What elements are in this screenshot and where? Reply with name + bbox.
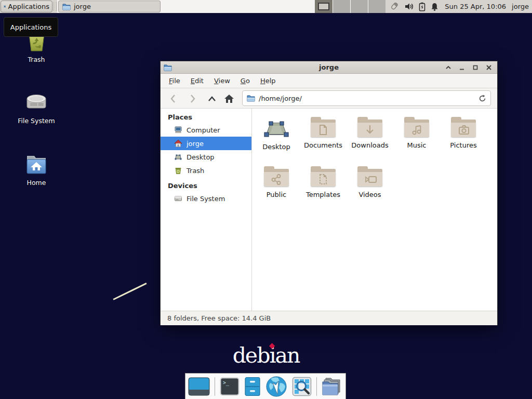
dock-item-show-desktop[interactable] <box>188 377 210 396</box>
sidebar-item-filesystem[interactable]: File System <box>161 192 251 205</box>
computer-icon <box>174 126 182 134</box>
folder-label: Desktop <box>262 143 290 151</box>
templates-folder-icon <box>311 166 336 187</box>
toolbar: /home/jorge/ <box>161 88 497 109</box>
folder-label: Templates <box>306 191 340 198</box>
window-titlebar[interactable]: jorge <box>161 61 497 74</box>
downloads-folder-icon <box>357 117 382 137</box>
home-button[interactable] <box>222 92 236 105</box>
minimize-button[interactable] <box>458 64 465 71</box>
reload-icon[interactable] <box>478 95 486 102</box>
window-body: Places Computer jorge <box>161 109 497 311</box>
taskbar-window-label: jorge <box>74 3 91 10</box>
dock-item-file-cabinet[interactable] <box>244 377 261 396</box>
taskbar-window-button[interactable]: jorge <box>58 1 161 12</box>
maximize-button[interactable] <box>472 64 478 71</box>
debian-logo-i: i <box>269 343 275 368</box>
menu-edit[interactable]: Edit <box>190 76 205 86</box>
window-controls <box>445 61 492 74</box>
public-folder-icon <box>264 166 289 187</box>
panel-username[interactable]: jorge <box>512 3 529 10</box>
menu-view[interactable]: View <box>213 76 231 86</box>
sidebar-item-trash[interactable]: Trash <box>161 164 251 177</box>
mouse-icon[interactable] <box>389 2 400 11</box>
folder-item-desktop[interactable]: Desktop <box>253 117 300 151</box>
statusbar-text: 8 folders, Free space: 14.4 GiB <box>167 314 271 322</box>
desktop-icon-home[interactable]: Home <box>5 153 68 187</box>
notification-bell-icon[interactable] <box>430 2 439 11</box>
applications-tooltip: Applications <box>4 17 58 37</box>
sidebar-item-desktop[interactable]: Desktop <box>161 150 251 164</box>
drive-small-icon <box>174 194 182 203</box>
folder-label: Downloads <box>351 141 388 149</box>
folder-item-music[interactable]: Music <box>393 117 440 149</box>
menu-go[interactable]: Go <box>240 76 251 86</box>
debian-logo-text: deb <box>233 343 270 368</box>
folder-view[interactable]: Desktop Documents <box>252 109 497 311</box>
menu-file[interactable]: File <box>168 76 181 86</box>
folder-label: Pictures <box>450 141 476 149</box>
home-folder-icon <box>24 153 48 176</box>
statusbar: 8 folders, Free space: 14.4 GiB <box>161 311 497 325</box>
documents-folder-icon <box>311 117 336 137</box>
workspace-4[interactable] <box>368 0 385 13</box>
applications-menu-label: Applications <box>8 3 49 10</box>
close-button[interactable] <box>485 64 492 71</box>
path-folder-icon <box>247 95 255 102</box>
dock-item-terminal[interactable]: >_ <box>220 377 240 396</box>
folder-label: Music <box>407 141 427 149</box>
dock-item-app-finder[interactable] <box>292 377 312 396</box>
desktop-scratch-line <box>113 283 147 300</box>
tasklist-drag-handle[interactable] <box>54 2 57 11</box>
folder-item-downloads[interactable]: Downloads <box>347 117 393 149</box>
workspace-switcher[interactable] <box>315 0 385 13</box>
file-manager-window: jorge File Edit View Go Help <box>160 61 498 325</box>
path-text[interactable]: /home/jorge/ <box>259 95 475 102</box>
harddrive-icon <box>24 90 48 114</box>
battery-icon[interactable] <box>419 2 425 11</box>
back-button[interactable] <box>166 92 180 105</box>
applications-menu-button[interactable]: Applications <box>1 1 52 12</box>
forward-button[interactable] <box>186 92 200 105</box>
workspace-3[interactable] <box>350 0 368 13</box>
sidebar-item-label: Desktop <box>187 153 215 161</box>
sidebar-item-computer[interactable]: Computer <box>161 123 251 137</box>
panel-right-section: Sun 25 Apr, 10:06 jorge <box>389 0 529 13</box>
menu-help[interactable]: Help <box>259 76 277 86</box>
desktop-icon <box>174 153 182 161</box>
dock-item-web-browser[interactable] <box>265 376 287 397</box>
location-bar[interactable]: /home/jorge/ <box>242 90 491 106</box>
workspace-2[interactable] <box>332 0 350 13</box>
debian-logo: debian <box>233 343 300 368</box>
sidebar: Places Computer jorge <box>161 109 252 311</box>
music-folder-icon <box>404 117 429 137</box>
videos-folder-icon <box>357 166 382 187</box>
desktop-icon-label: Home <box>27 179 46 187</box>
sidebar-item-label: Trash <box>187 167 204 175</box>
sidebar-item-label: Computer <box>187 126 220 134</box>
xfce-logo-icon <box>4 2 6 11</box>
folder-item-templates[interactable]: Templates <box>300 166 347 198</box>
folder-item-documents[interactable]: Documents <box>300 117 347 149</box>
folder-label: Public <box>267 191 286 198</box>
dock-panel: >_ <box>185 373 346 399</box>
panel-clock[interactable]: Sun 25 Apr, 10:06 <box>445 3 506 10</box>
up-button[interactable] <box>205 92 219 105</box>
workspace-1[interactable] <box>315 0 332 13</box>
folder-icon <box>62 3 71 10</box>
workspace-window-miniature <box>318 3 329 10</box>
places-header: Places <box>161 109 251 123</box>
shade-button[interactable] <box>445 64 451 71</box>
volume-icon[interactable] <box>404 2 414 11</box>
trash-small-icon <box>174 166 182 175</box>
folder-item-pictures[interactable]: Pictures <box>440 117 487 149</box>
folder-label: Videos <box>358 191 381 198</box>
sidebar-item-jorge[interactable]: jorge <box>161 137 251 150</box>
desktop-icon-filesystem[interactable]: File System <box>5 90 68 125</box>
desktop-icon-label: File System <box>18 117 55 125</box>
dock-item-file-manager[interactable] <box>322 377 343 396</box>
sidebar-item-label: File System <box>187 195 225 203</box>
system-tray <box>389 2 439 11</box>
folder-item-public[interactable]: Public <box>253 166 300 198</box>
folder-item-videos[interactable]: Videos <box>347 166 393 198</box>
